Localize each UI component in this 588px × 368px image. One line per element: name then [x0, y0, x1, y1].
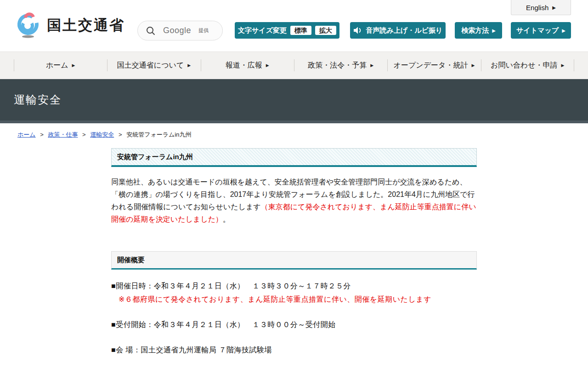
detail-date-alert-note: ※６都府県にて発令されております、まん延防止等重点措置に伴い、開催を延期いたしま…: [119, 295, 477, 305]
breadcrumb-current: 安統管フォーラムin九州: [126, 131, 191, 138]
search-icon: [146, 26, 156, 36]
nav-label: 政策・法令・予算: [308, 61, 367, 70]
font-size-large-button[interactable]: 拡大: [315, 26, 336, 35]
detail-reception: ■受付開始：令和３年４月２１日（水） １３時００分～受付開始: [111, 320, 477, 330]
page-title-box: 安統管フォーラムin九州: [111, 148, 477, 167]
intro-text-end: 。: [223, 215, 230, 223]
breadcrumb-link-policy[interactable]: 政策・仕事: [48, 131, 78, 138]
section-title: 開催概要: [117, 256, 145, 264]
site-header: 国土交通省 Google 提供 English ▶ 文字サイズ変更 標準 拡大 …: [0, 0, 588, 52]
speaker-icon: [353, 26, 362, 34]
intro-paragraph: 同業他社、あるいは交通モードの垣根を越えて、安全統括管理者や安全管理部門同士が交…: [111, 176, 477, 225]
site-search[interactable]: Google 提供: [137, 21, 223, 40]
chevron-right-icon: ▶: [471, 63, 475, 68]
audio-readout-button[interactable]: 音声読み上げ・ルビ振り: [350, 22, 446, 39]
chevron-right-icon: ▶: [187, 63, 191, 68]
site-title: 国土交通省: [47, 16, 125, 35]
font-size-control: 文字サイズ変更 標準 拡大: [235, 22, 339, 39]
detail-venue: ■会 場：国土交通省九州運輸局 ７階海技試験場: [111, 345, 477, 355]
nav-item-contact[interactable]: お問い合わせ・申請 ▶: [481, 52, 574, 79]
nav-item-about[interactable]: 国土交通省について ▶: [107, 52, 200, 79]
nav-item-home[interactable]: ホーム ▶: [14, 52, 107, 79]
nav-label: 報道・広報: [226, 61, 262, 70]
breadcrumb-separator: >: [82, 131, 86, 138]
breadcrumb-separator: >: [119, 131, 122, 138]
chevron-right-icon: ▶: [370, 63, 373, 68]
mlit-logo-icon: [16, 12, 42, 39]
nav-item-press[interactable]: 報道・広報 ▶: [201, 52, 294, 79]
chevron-right-icon: ▶: [552, 5, 556, 10]
chevron-right-icon: ▶: [266, 63, 269, 68]
breadcrumb: ホーム > 政策・仕事 > 運輸安全 > 安統管フォーラムin九州: [17, 131, 588, 139]
detail-date: ■開催日時：令和３年４月２１日（水） １３時３０分～１７時２５分: [111, 282, 477, 291]
category-banner: 運輸安全: [0, 79, 588, 123]
search-provider-suffix: 提供: [198, 27, 209, 34]
global-nav: ホーム ▶ 国土交通省について ▶ 報道・広報 ▶ 政策・法令・予算 ▶ オープ…: [0, 52, 588, 79]
breadcrumb-link-transport-safety[interactable]: 運輸安全: [90, 131, 114, 138]
search-method-label: 検索方法: [461, 26, 489, 35]
section-title-box: 開催概要: [111, 251, 477, 270]
category-title: 運輸安全: [14, 92, 62, 107]
sitemap-button[interactable]: サイトマップ ▶: [511, 22, 571, 39]
breadcrumb-separator: >: [40, 131, 44, 138]
nav-label: ホーム: [46, 61, 68, 70]
nav-label: お問い合わせ・申請: [491, 61, 558, 70]
chevron-right-icon: ▶: [72, 63, 75, 68]
mlit-logo[interactable]: 国土交通省: [16, 12, 125, 39]
breadcrumb-link-home[interactable]: ホーム: [17, 131, 36, 138]
english-link[interactable]: English ▶: [511, 0, 571, 15]
nav-label: 国土交通省について: [117, 61, 184, 70]
nav-item-open-data[interactable]: オープンデータ・統計 ▶: [387, 52, 481, 79]
nav-item-policy[interactable]: 政策・法令・予算 ▶: [294, 52, 387, 79]
font-size-standard-button[interactable]: 標準: [290, 26, 311, 35]
sitemap-label: サイトマップ: [516, 26, 559, 35]
audio-readout-label: 音声読み上げ・ルビ振り: [366, 26, 443, 35]
search-provider-label: Google: [163, 26, 191, 35]
main-content: 安統管フォーラムin九州 同業他社、あるいは交通モードの垣根を越えて、安全統括管…: [111, 148, 477, 368]
search-method-button[interactable]: 検索方法 ▶: [455, 22, 502, 39]
chevron-right-icon: ▶: [562, 28, 565, 33]
chevron-right-icon: ▶: [492, 28, 496, 33]
page-title: 安統管フォーラムin九州: [117, 153, 193, 161]
nav-label: オープンデータ・統計: [394, 61, 468, 70]
english-label: English: [526, 4, 548, 12]
font-size-label: 文字サイズ変更: [238, 26, 287, 35]
chevron-right-icon: ▶: [561, 63, 565, 68]
